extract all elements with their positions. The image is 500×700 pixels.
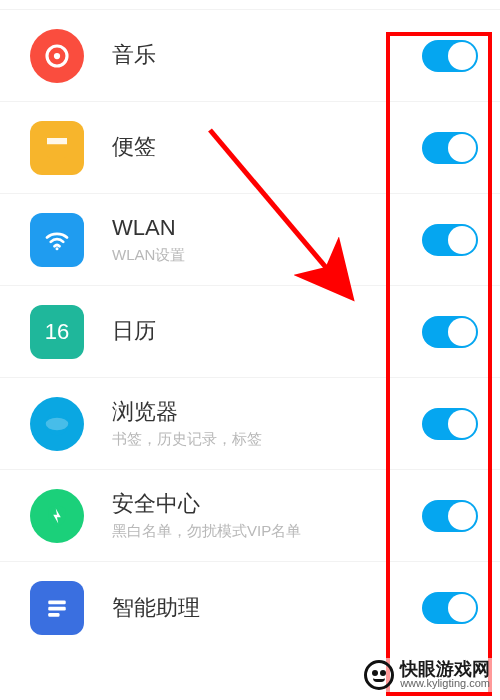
shield-icon xyxy=(30,489,84,543)
item-title: 音乐 xyxy=(112,41,422,70)
list-item-notes[interactable]: 便签 xyxy=(0,102,500,194)
svg-rect-8 xyxy=(48,607,66,611)
list-item xyxy=(0,0,500,10)
toggle-music[interactable] xyxy=(422,40,478,72)
assistant-icon xyxy=(30,581,84,635)
item-title: 安全中心 xyxy=(112,490,422,519)
list-item-music[interactable]: 音乐 xyxy=(0,10,500,102)
toggle-security[interactable] xyxy=(422,500,478,532)
toggle-calendar[interactable] xyxy=(422,316,478,348)
toggle-wlan[interactable] xyxy=(422,224,478,256)
settings-list: 音乐 便签 WLAN WLAN设置 16 日历 xyxy=(0,0,500,654)
music-icon xyxy=(30,29,84,83)
list-item-assistant[interactable]: 智能助理 xyxy=(0,562,500,654)
svg-rect-9 xyxy=(48,613,59,617)
list-item-security[interactable]: 安全中心 黑白名单，勿扰模式VIP名单 xyxy=(0,470,500,562)
notes-icon xyxy=(30,121,84,175)
watermark-logo-icon xyxy=(364,660,394,690)
item-title: 便签 xyxy=(112,133,422,162)
item-subtitle: 书签，历史记录，标签 xyxy=(112,430,422,449)
svg-rect-7 xyxy=(48,601,66,605)
watermark-url: www.kyligting.com xyxy=(400,678,490,690)
watermark-name: 快眼游戏网 xyxy=(400,660,490,679)
item-subtitle: WLAN设置 xyxy=(112,246,422,265)
item-title: 浏览器 xyxy=(112,398,422,427)
toggle-browser[interactable] xyxy=(422,408,478,440)
svg-point-1 xyxy=(54,52,60,58)
item-title: 日历 xyxy=(112,317,422,346)
list-item-wlan[interactable]: WLAN WLAN设置 xyxy=(0,194,500,286)
browser-icon xyxy=(30,397,84,451)
list-item-browser[interactable]: 浏览器 书签，历史记录，标签 xyxy=(0,378,500,470)
toggle-assistant[interactable] xyxy=(422,592,478,624)
toggle-notes[interactable] xyxy=(422,132,478,164)
item-title: 智能助理 xyxy=(112,594,422,623)
calendar-day-number: 16 xyxy=(45,319,69,345)
item-title: WLAN xyxy=(112,214,422,243)
calendar-icon: 16 xyxy=(30,305,84,359)
wifi-icon xyxy=(30,213,84,267)
watermark: 快眼游戏网 www.kyligting.com xyxy=(360,658,494,692)
list-item-calendar[interactable]: 16 日历 xyxy=(0,286,500,378)
item-subtitle: 黑白名单，勿扰模式VIP名单 xyxy=(112,522,422,541)
svg-point-3 xyxy=(56,247,59,250)
svg-point-5 xyxy=(46,417,69,430)
